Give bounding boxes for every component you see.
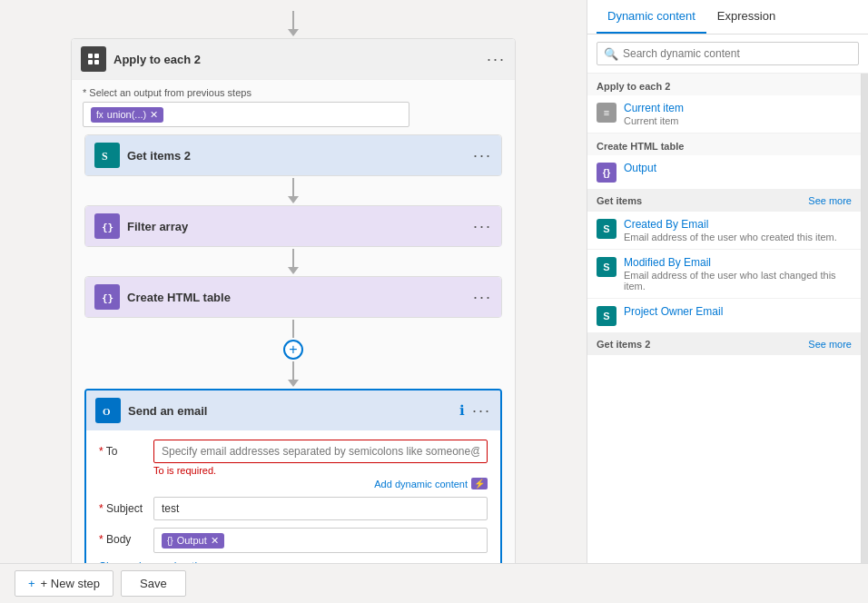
created-by-email-desc: Email address of the user who created th… <box>624 232 852 242</box>
panel-scroll-wrap: Apply to each 2 ≡ Current item Current i… <box>587 74 868 563</box>
send-email-card: O Send an email ℹ ··· * To <box>84 389 502 563</box>
get-items-2-card: S Get items 2 ··· <box>84 134 502 176</box>
apply-each-body: * Select an output from previous steps f… <box>72 79 515 563</box>
svg-text:O: O <box>103 406 111 417</box>
section-get-items-title: Get items <box>597 195 642 206</box>
body-token-icon: {} <box>167 536 173 546</box>
create-html-table-card: {} Create HTML table ··· <box>84 276 502 318</box>
to-label: * To <box>99 440 153 458</box>
tab-expression[interactable]: Expression <box>706 0 786 34</box>
new-step-plus-icon: + <box>28 577 35 590</box>
get-items-2-see-more[interactable]: See more <box>808 339 852 350</box>
created-by-email-name: Created By Email <box>624 218 852 231</box>
body-token-close[interactable]: ✕ <box>211 535 219 547</box>
panel-search-area: 🔍 <box>587 35 868 74</box>
search-icon: 🔍 <box>604 47 618 61</box>
create-html-table-title: Create HTML table <box>127 291 473 304</box>
filter-array-icon: {} <box>94 213 120 239</box>
send-email-header[interactable]: O Send an email ℹ ··· <box>86 390 500 430</box>
svg-rect-2 <box>88 60 93 64</box>
apply-each-card: Apply to each 2 ··· * Select an output f… <box>71 38 516 563</box>
to-row: * To To is required. Add dynamic content… <box>99 440 488 489</box>
svg-text:{}: {} <box>102 222 113 233</box>
dynamic-panel: Dynamic content Expression 🔍 Apply to ea… <box>587 0 868 563</box>
send-email-title: Send an email <box>128 404 459 418</box>
union-token: fx union(...) ✕ <box>91 107 163 123</box>
tab-dynamic-content[interactable]: Dynamic content <box>597 0 706 34</box>
svg-rect-1 <box>94 54 99 58</box>
send-email-icon: O <box>95 398 121 423</box>
get-items-2-title: Get items 2 <box>127 149 473 163</box>
current-item-desc: Current item <box>624 115 852 126</box>
add-step-plus[interactable]: + <box>283 340 303 360</box>
panel-item-project-owner-email[interactable]: S Project Owner Email <box>587 299 861 333</box>
section-create-html-table: Create HTML table <box>587 133 861 155</box>
save-button[interactable]: Save <box>121 570 186 597</box>
panel-scrollbar[interactable] <box>861 74 868 563</box>
create-html-table-icon: {} <box>94 284 120 310</box>
output-icon: {} <box>597 163 616 183</box>
output-token-box[interactable]: fx union(...) ✕ <box>83 102 409 127</box>
bottom-bar: + + New step Save <box>0 563 868 603</box>
current-item-icon: ≡ <box>597 103 616 123</box>
subject-input[interactable] <box>153 497 488 520</box>
connector-plus: + <box>283 320 303 387</box>
dynamic-icon: ⚡ <box>471 478 488 489</box>
svg-text:S: S <box>102 150 108 163</box>
create-html-table-more[interactable]: ··· <box>473 288 492 307</box>
svg-text:{}: {} <box>102 292 113 304</box>
apply-each-more[interactable]: ··· <box>487 50 506 69</box>
section-get-items-2-row: Get items 2 See more <box>587 333 861 355</box>
to-input[interactable] <box>153 440 488 463</box>
new-step-button[interactable]: + + New step <box>15 570 113 597</box>
filter-array-header[interactable]: {} Filter array ··· <box>85 206 501 246</box>
subject-row: * Subject <box>99 497 488 520</box>
token-fx-icon: fx <box>96 110 104 120</box>
get-items-see-more[interactable]: See more <box>808 195 852 206</box>
to-error: To is required. <box>153 465 488 476</box>
panel-item-current-item[interactable]: ≡ Current item Current item <box>587 95 861 133</box>
section-get-items-2-title: Get items 2 <box>597 339 650 350</box>
filter-array-more[interactable]: ··· <box>473 217 492 236</box>
output-body-token: {} Output ✕ <box>162 533 224 549</box>
connector-1 <box>288 178 299 203</box>
modified-by-email-icon: S <box>597 257 616 277</box>
panel-body: Apply to each 2 ≡ Current item Current i… <box>587 74 861 563</box>
search-wrap: 🔍 <box>597 42 859 65</box>
body-field: {} Output ✕ <box>153 528 488 553</box>
svg-rect-3 <box>94 60 99 64</box>
filter-array-card: {} Filter array ··· <box>84 205 502 247</box>
modified-by-email-desc: Email address of the user who last chang… <box>624 270 852 292</box>
token-close[interactable]: ✕ <box>150 109 158 121</box>
panel-tabs: Dynamic content Expression <box>587 0 868 35</box>
inner-cards: S Get items 2 ··· <box>83 134 504 563</box>
apply-each-icon <box>81 46 106 72</box>
body-label: * Body <box>99 528 153 546</box>
body-token-box[interactable]: {} Output ✕ <box>153 528 488 553</box>
panel-item-modified-by-email[interactable]: S Modified By Email Email address of the… <box>587 250 861 299</box>
add-dynamic-link[interactable]: Add dynamic content ⚡ <box>153 478 488 489</box>
section-apply-each-2: Apply to each 2 <box>587 74 861 95</box>
section-get-items-row: Get items See more <box>587 190 861 212</box>
created-by-email-icon: S <box>597 219 616 239</box>
dynamic-search-input[interactable] <box>597 42 859 65</box>
to-field: To is required. Add dynamic content ⚡ <box>153 440 488 489</box>
subject-label: * Subject <box>99 497 153 515</box>
body-row: * Body {} Output ✕ <box>99 528 488 553</box>
subject-field <box>153 497 488 520</box>
get-items-2-more[interactable]: ··· <box>473 146 492 165</box>
panel-item-created-by-email[interactable]: S Created By Email Email address of the … <box>587 212 861 250</box>
get-items-2-header[interactable]: S Get items 2 ··· <box>85 135 501 175</box>
send-email-body: * To To is required. Add dynamic content… <box>86 430 500 563</box>
send-email-info[interactable]: ℹ <box>459 402 465 419</box>
connector-2 <box>288 249 299 274</box>
create-html-table-header[interactable]: {} Create HTML table ··· <box>85 277 501 317</box>
select-output-label: * Select an output from previous steps <box>83 87 504 98</box>
apply-each-header[interactable]: Apply to each 2 ··· <box>72 39 515 79</box>
modified-by-email-name: Modified By Email <box>624 256 852 269</box>
project-owner-icon: S <box>597 306 616 326</box>
send-email-more[interactable]: ··· <box>472 401 491 420</box>
get-items-2-icon: S <box>94 143 120 168</box>
svg-rect-0 <box>88 54 93 58</box>
panel-item-output[interactable]: {} Output <box>587 155 861 190</box>
